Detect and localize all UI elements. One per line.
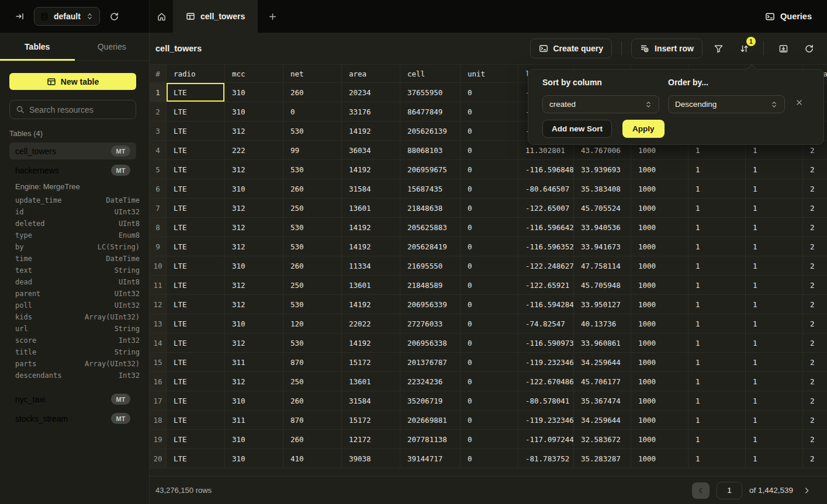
table-cell[interactable]: 310 — [225, 391, 283, 411]
table-cell[interactable]: LTE — [167, 141, 225, 160]
table-cell[interactable]: 39144717 — [400, 449, 461, 468]
table-cell[interactable]: 0 — [461, 372, 518, 391]
table-cell[interactable]: 0 — [461, 121, 518, 141]
table-cell[interactable]: 250 — [283, 199, 342, 218]
table-cell[interactable]: 1 — [746, 179, 803, 199]
grid-column-header[interactable]: net — [283, 65, 342, 83]
table-cell[interactable]: LTE — [167, 430, 225, 449]
table-cell[interactable]: 0 — [461, 411, 518, 430]
table-cell[interactable]: 1 — [746, 333, 803, 353]
grid-column-header[interactable]: cell — [400, 65, 461, 83]
grid-column-header[interactable]: mcc — [225, 65, 283, 83]
table-cell[interactable]: LTE — [167, 333, 225, 353]
row-number[interactable]: 6 — [150, 179, 167, 199]
table-cell[interactable]: 1 — [746, 411, 803, 430]
table-cell[interactable]: 0 — [461, 102, 518, 121]
row-number[interactable]: 10 — [150, 256, 167, 276]
table-cell[interactable]: 20234 — [342, 83, 400, 102]
table-cell[interactable]: 312 — [225, 276, 283, 295]
table-cell[interactable]: 1000 — [631, 372, 688, 391]
table-cell[interactable]: 120 — [283, 314, 342, 333]
table-cell[interactable]: 32.583672 — [574, 430, 631, 449]
insert-row-button[interactable]: Insert row — [631, 39, 703, 58]
table-cell[interactable]: 13601 — [342, 276, 400, 295]
new-table-button[interactable]: New table — [9, 73, 136, 90]
table-cell[interactable]: 1 — [746, 353, 803, 372]
table-cell[interactable]: 310 — [225, 430, 283, 449]
table-cell[interactable]: 86477849 — [400, 102, 461, 121]
table-cell[interactable]: 1000 — [631, 314, 688, 333]
table-cell[interactable]: 250 — [283, 276, 342, 295]
table-cell[interactable]: 14192 — [342, 333, 400, 353]
table-cell[interactable]: LTE — [167, 391, 225, 411]
table-cell[interactable]: 250 — [283, 372, 342, 391]
row-number[interactable]: 17 — [150, 391, 167, 411]
table-cell[interactable]: 1000 — [631, 333, 688, 353]
table-cell[interactable]: 1 — [688, 430, 746, 449]
table-cell[interactable]: 0 — [461, 218, 518, 237]
table-cell[interactable]: 0 — [461, 237, 518, 256]
table-cell[interactable]: 1 — [688, 411, 746, 430]
table-cell[interactable]: -116.596642 — [518, 218, 574, 237]
table-cell[interactable]: 47.758114 — [574, 256, 631, 276]
table-cell[interactable]: 1 — [688, 237, 746, 256]
table-cell[interactable]: 870 — [283, 353, 342, 372]
table-cell[interactable]: 1 — [688, 199, 746, 218]
grid-column-header[interactable]: unit — [461, 65, 518, 83]
table-cell[interactable]: 1000 — [631, 160, 688, 179]
table-cell[interactable]: 40.13736 — [574, 314, 631, 333]
table-cell[interactable]: 207781138 — [400, 430, 461, 449]
table-cell[interactable]: 99 — [283, 141, 342, 160]
table-cell[interactable]: 1 — [688, 256, 746, 276]
table-cell[interactable]: 15172 — [342, 411, 400, 430]
table-cell[interactable]: 202669881 — [400, 411, 461, 430]
row-number[interactable]: 11 — [150, 276, 167, 295]
table-cell[interactable]: 310 — [225, 83, 283, 102]
table-cell[interactable]: 14192 — [342, 121, 400, 141]
new-tab-button[interactable] — [258, 0, 287, 33]
table-cell[interactable]: LTE — [167, 449, 225, 468]
add-new-sort-button[interactable]: Add new Sort — [542, 120, 612, 138]
grid-column-header[interactable]: area — [342, 65, 400, 83]
table-cell[interactable]: -119.232346 — [518, 353, 574, 372]
table-cell[interactable]: -80.646507 — [518, 179, 574, 199]
table-cell[interactable]: 312 — [225, 199, 283, 218]
table-cell[interactable]: LTE — [167, 218, 225, 237]
table-cell[interactable]: 12172 — [342, 430, 400, 449]
table-cell[interactable]: -116.596352 — [518, 237, 574, 256]
table-cell[interactable]: 21848638 — [400, 199, 461, 218]
table-cell[interactable]: 312 — [225, 218, 283, 237]
table-cell[interactable]: 2 — [803, 430, 827, 449]
table-cell[interactable]: 312 — [225, 160, 283, 179]
sidebar-tab-tables[interactable]: Tables — [0, 33, 75, 60]
create-query-button[interactable]: Create query — [530, 39, 613, 58]
table-cell[interactable]: 2 — [803, 391, 827, 411]
table-cell[interactable]: 2 — [803, 179, 827, 199]
table-cell[interactable]: 0 — [461, 256, 518, 276]
table-cell[interactable]: 13601 — [342, 199, 400, 218]
table-cell[interactable]: 1000 — [631, 179, 688, 199]
table-cell[interactable]: 1 — [688, 333, 746, 353]
table-cell[interactable]: 1000 — [631, 411, 688, 430]
table-cell[interactable]: -122.670486 — [518, 372, 574, 391]
table-cell[interactable]: -119.232346 — [518, 411, 574, 430]
table-cell[interactable]: 410 — [283, 449, 342, 468]
table-cell[interactable]: 1000 — [631, 295, 688, 314]
table-cell[interactable]: 0 — [461, 391, 518, 411]
table-cell[interactable]: 13601 — [342, 372, 400, 391]
table-cell[interactable]: 1000 — [631, 391, 688, 411]
table-cell[interactable]: 33.960861 — [574, 333, 631, 353]
table-cell[interactable]: 530 — [283, 333, 342, 353]
table-cell[interactable]: LTE — [167, 372, 225, 391]
table-cell[interactable]: 15172 — [342, 353, 400, 372]
table-cell[interactable]: 31584 — [342, 179, 400, 199]
table-cell[interactable]: 39038 — [342, 449, 400, 468]
table-cell[interactable]: 2 — [803, 160, 827, 179]
table-cell[interactable]: 0 — [461, 295, 518, 314]
table-cell[interactable]: 1 — [688, 160, 746, 179]
table-cell[interactable]: LTE — [167, 199, 225, 218]
table-cell[interactable]: 14192 — [342, 218, 400, 237]
grid-column-header[interactable]: # — [150, 65, 167, 83]
row-number[interactable]: 8 — [150, 218, 167, 237]
table-cell[interactable]: 1 — [746, 314, 803, 333]
